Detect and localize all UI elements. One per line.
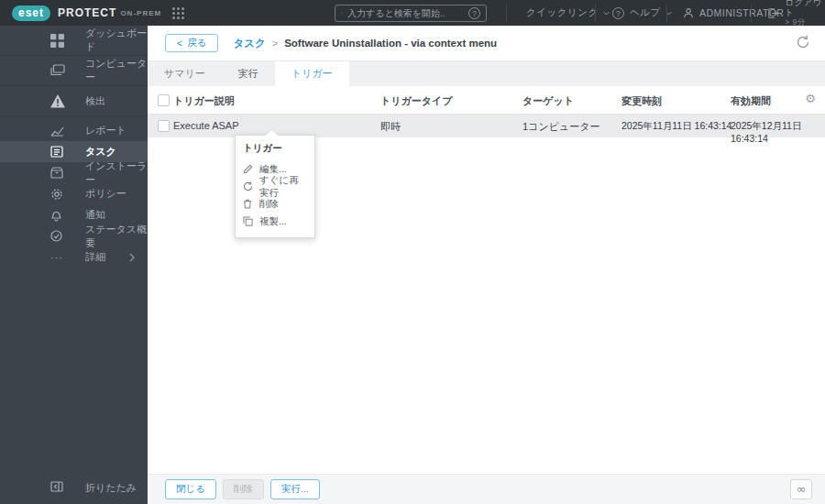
sidebar-item-reports[interactable]: レポート: [0, 120, 148, 141]
sidebar-item-label: ダッシュボード: [85, 27, 148, 54]
help-label: ヘルプ: [630, 6, 661, 19]
run-button[interactable]: 実行...: [270, 479, 320, 499]
context-item-label: すぐに再実行: [259, 174, 307, 200]
row-checkbox[interactable]: [158, 120, 170, 132]
breadcrumb-separator: >: [272, 38, 278, 49]
sidebar-item-label: ステータス概要: [85, 223, 148, 250]
refresh-icon[interactable]: [796, 35, 810, 49]
close-button[interactable]: 閉じる: [165, 479, 216, 499]
eset-protect-console: eset PROTECT ON-PREM ? クイックリンク ? ヘルプ: [0, 0, 825, 504]
cell-validity-period: 2025年12月11日 16:43:14: [731, 120, 825, 144]
installers-icon: [50, 167, 69, 179]
cell-trigger-description: Execute ASAP: [173, 120, 239, 131]
sidebar-item-label: コンピューター: [85, 57, 148, 84]
table-header: トリガー説明 トリガータイプ ターゲット 変更時刻 有効期間 ⚙: [148, 86, 825, 115]
status-overview-icon: [50, 230, 69, 242]
tab-triggers[interactable]: トリガー: [275, 61, 349, 86]
show-all-infinity-button[interactable]: ∞: [790, 479, 812, 499]
main-content: < 戻る タスク > Software Uninstallation - via…: [148, 26, 825, 504]
breadcrumb-bar: < 戻る タスク > Software Uninstallation - via…: [148, 26, 825, 60]
sidebar-item-installers[interactable]: インストーラー: [0, 162, 148, 183]
quicklinks-menu[interactable]: クイックリンク: [526, 0, 610, 26]
context-item-label: 複製...: [259, 215, 287, 228]
breadcrumb-tasks-link[interactable]: タスク: [233, 37, 265, 50]
sidebar-nav: ダッシュボード コンピューター 検出 レポート タスク: [0, 26, 148, 504]
collapse-label: 折りたたみ: [85, 481, 137, 495]
table-settings-gear-icon[interactable]: ⚙: [805, 92, 816, 105]
tasks-icon: [50, 146, 69, 158]
sidebar-item-label: 通知: [85, 208, 105, 222]
tab-label: サマリー: [164, 67, 205, 81]
sidebar-item-dashboard[interactable]: ダッシュボード: [0, 26, 148, 56]
global-search: ?: [335, 5, 487, 22]
product-edition: ON-PREM: [120, 9, 161, 17]
sidebar-collapse-button[interactable]: 折りたたみ: [0, 477, 148, 499]
search-input[interactable]: [347, 8, 468, 18]
back-chevron: <: [177, 38, 182, 49]
column-header-modified[interactable]: 変更時刻: [622, 94, 662, 108]
page-title: Software Uninstallation - via context me…: [284, 38, 497, 49]
divider: [506, 4, 507, 22]
divider: [595, 4, 596, 22]
pencil-icon: [243, 164, 255, 174]
policies-icon: [50, 188, 69, 201]
chevron-right-icon: [129, 253, 135, 262]
context-menu-title: トリガー: [243, 142, 307, 155]
user-icon: [683, 7, 694, 18]
sidebar-item-label: レポート: [85, 124, 126, 137]
more-icon: ···: [50, 252, 69, 263]
sidebar-item-policies[interactable]: ポリシー: [0, 183, 148, 204]
rerun-icon: [243, 181, 255, 192]
back-button[interactable]: < 戻る: [165, 34, 218, 52]
search-help-icon[interactable]: ?: [468, 7, 480, 19]
column-header-target[interactable]: ターゲット: [522, 94, 574, 108]
tab-summary[interactable]: サマリー: [148, 61, 222, 86]
column-header-validity[interactable]: 有効期間: [731, 94, 771, 108]
copy-icon: [243, 216, 255, 226]
column-header-trigger-type[interactable]: トリガータイプ: [380, 94, 453, 108]
apps-grid-icon[interactable]: [172, 7, 184, 19]
tab-executions[interactable]: 実行: [222, 61, 275, 86]
tab-label: 実行: [238, 67, 258, 81]
logout-label-block: ログアウト > 9分: [785, 0, 825, 27]
computers-icon: [50, 64, 69, 77]
context-menu-duplicate[interactable]: 複製...: [243, 213, 307, 230]
logout-label: ログアウト: [785, 0, 822, 17]
help-icon: ?: [612, 7, 624, 19]
top-bar: eset PROTECT ON-PREM ? クイックリンク ? ヘルプ: [0, 0, 825, 26]
delete-button: 削除: [223, 479, 264, 499]
sidebar-item-label: インストーラー: [85, 159, 148, 187]
cell-target: 1コンピューター: [522, 120, 600, 134]
search-icon: [341, 8, 343, 18]
context-menu-rerun[interactable]: すぐに再実行: [243, 178, 307, 195]
sidebar-item-detections[interactable]: 検出: [0, 86, 148, 116]
quicklinks-label: クイックリンク: [526, 6, 599, 19]
brand-logo: eset PROTECT ON-PREM: [12, 5, 161, 21]
chevron-down-icon: [603, 10, 610, 16]
sidebar-item-label: ポリシー: [85, 187, 126, 201]
help-menu[interactable]: ? ヘルプ: [612, 0, 672, 26]
detail-tabs: サマリー 実行 トリガー: [148, 60, 825, 86]
logout-button[interactable]: ログアウト > 9分: [768, 0, 825, 26]
sidebar-item-label: 検出: [85, 94, 105, 108]
collapse-icon: [50, 481, 69, 494]
trash-icon: [243, 199, 255, 209]
footer-action-bar: 閉じる 削除 実行... ∞: [148, 474, 825, 504]
back-label: 戻る: [187, 37, 206, 49]
sidebar-item-computers[interactable]: コンピューター: [0, 56, 148, 86]
cell-modified-time: 2025年11月11日 16:43:14: [622, 120, 732, 133]
sidebar-item-label: 詳細: [85, 250, 105, 264]
tab-label: トリガー: [292, 67, 333, 81]
dashboard-icon: [50, 34, 69, 48]
divider: [666, 4, 667, 22]
reports-icon: [50, 126, 69, 137]
select-all-checkbox[interactable]: [158, 94, 170, 106]
cell-trigger-type: 即時: [380, 120, 401, 134]
divider: [751, 4, 752, 22]
detections-icon: [50, 94, 69, 108]
column-header-description[interactable]: トリガー説明: [173, 94, 235, 108]
eset-logo: eset: [12, 5, 50, 21]
product-name: PROTECT: [58, 6, 116, 19]
sidebar-item-label: タスク: [85, 145, 116, 159]
sidebar-item-status-overview[interactable]: ステータス概要: [0, 225, 148, 247]
